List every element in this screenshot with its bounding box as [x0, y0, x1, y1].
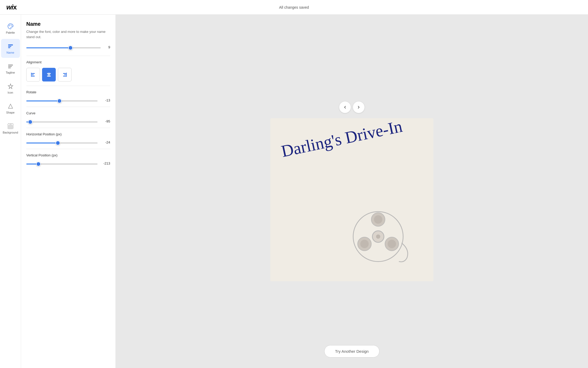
- curve-slider[interactable]: [26, 121, 98, 122]
- vertical-position-value: -213: [101, 161, 110, 165]
- horizontal-position-group: Horizontal Position (px) -24: [26, 128, 110, 149]
- svg-point-31: [360, 240, 369, 248]
- rotate-group: Rotate -13: [26, 86, 110, 107]
- sidebar-item-tagline[interactable]: Tagline: [1, 59, 20, 78]
- try-another-design-button[interactable]: Try Another Design: [324, 345, 379, 357]
- tagline-icon: [7, 63, 14, 70]
- align-right-button[interactable]: [58, 68, 72, 81]
- align-left-button[interactable]: [26, 68, 40, 81]
- sidebar-item-icon[interactable]: Icon: [1, 79, 20, 98]
- icon-sidebar: Palette Name Tagline: [0, 15, 21, 368]
- save-status: All changes saved: [279, 5, 309, 9]
- rotate-value: -13: [101, 98, 110, 102]
- svg-rect-5: [8, 46, 11, 47]
- alignment-label: Alignment: [26, 60, 110, 64]
- svg-point-3: [12, 26, 12, 27]
- vertical-position-slider-container: [26, 161, 98, 166]
- svg-rect-6: [8, 47, 10, 48]
- sidebar-label-shape: Shape: [6, 111, 15, 114]
- svg-rect-13: [31, 76, 35, 76]
- logo-canvas: Darling's Drive-In: [270, 118, 433, 281]
- vertical-position-label: Vertical Position (px): [26, 153, 110, 157]
- top-slider-container: [26, 45, 101, 49]
- svg-rect-22: [67, 73, 67, 77]
- svg-point-30: [388, 240, 396, 248]
- panel-description: Change the font, color and more to make …: [26, 29, 110, 39]
- svg-rect-21: [63, 76, 67, 76]
- curve-value: -95: [101, 119, 110, 123]
- sidebar-item-shape[interactable]: Shape: [1, 99, 20, 118]
- svg-point-0: [9, 25, 9, 26]
- sidebar-item-background[interactable]: Background: [1, 119, 20, 138]
- vertical-position-slider[interactable]: [26, 163, 98, 165]
- top-slider-group: 9: [26, 45, 110, 56]
- svg-rect-19: [63, 73, 67, 74]
- sidebar-item-name[interactable]: Name: [1, 39, 20, 58]
- controls-panel: Name Change the font, color and more to …: [21, 15, 116, 368]
- rotate-slider-row: -13: [26, 98, 110, 103]
- topbar: wix All changes saved: [0, 0, 588, 15]
- top-slider-row: 9: [26, 45, 110, 49]
- panel-title: Name: [26, 21, 110, 27]
- svg-rect-11: [31, 73, 35, 74]
- canvas-area: Darling's Drive-In Try Ano: [116, 15, 588, 368]
- svg-rect-18: [49, 73, 49, 77]
- svg-rect-9: [8, 68, 11, 68]
- svg-point-1: [9, 25, 10, 25]
- shape-icon: [7, 103, 14, 110]
- top-slider-input[interactable]: [26, 47, 101, 48]
- sidebar-label-name: Name: [7, 51, 14, 54]
- svg-rect-4: [8, 44, 13, 45]
- svg-rect-8: [8, 66, 12, 67]
- align-center-button[interactable]: [42, 68, 56, 81]
- sidebar-label-tagline: Tagline: [6, 71, 15, 74]
- rotate-slider[interactable]: [26, 100, 98, 101]
- palette-icon: [7, 23, 14, 30]
- film-reel-icon: [347, 205, 410, 268]
- top-slider-value: 9: [104, 45, 110, 49]
- curve-slider-container: [26, 119, 98, 124]
- nav-arrows: [339, 101, 364, 113]
- logo-name-text: Darling's Drive-In: [280, 118, 404, 161]
- sidebar-label-background: Background: [3, 131, 18, 134]
- horizontal-position-slider[interactable]: [26, 142, 98, 144]
- next-arrow-button[interactable]: [353, 101, 364, 113]
- svg-point-29: [374, 215, 382, 224]
- horizontal-position-label: Horizontal Position (px): [26, 132, 110, 136]
- alignment-group: Alignment: [26, 56, 110, 86]
- svg-point-25: [376, 234, 380, 239]
- icon-icon: [7, 83, 14, 90]
- sidebar-label-icon: Icon: [8, 91, 13, 94]
- background-icon: [7, 122, 14, 130]
- main-layout: Palette Name Tagline: [0, 15, 588, 368]
- sidebar-label-palette: Palette: [6, 31, 15, 34]
- vertical-position-group: Vertical Position (px) -213: [26, 149, 110, 170]
- curve-slider-row: -95: [26, 119, 110, 124]
- horizontal-position-slider-row: -24: [26, 140, 110, 145]
- svg-point-2: [11, 25, 12, 25]
- sidebar-item-palette[interactable]: Palette: [1, 19, 20, 38]
- prev-arrow-button[interactable]: [339, 101, 351, 113]
- rotate-slider-container: [26, 98, 98, 103]
- rotate-label: Rotate: [26, 90, 110, 94]
- horizontal-position-value: -24: [101, 140, 110, 144]
- alignment-row: [26, 68, 110, 81]
- svg-rect-7: [8, 65, 13, 65]
- vertical-position-slider-row: -213: [26, 161, 110, 166]
- curve-label: Curve: [26, 111, 110, 115]
- name-icon: [7, 43, 14, 50]
- curve-group: Curve -95: [26, 107, 110, 128]
- svg-rect-14: [31, 73, 32, 77]
- horizontal-position-slider-container: [26, 140, 98, 145]
- wix-logo: wix: [6, 3, 17, 11]
